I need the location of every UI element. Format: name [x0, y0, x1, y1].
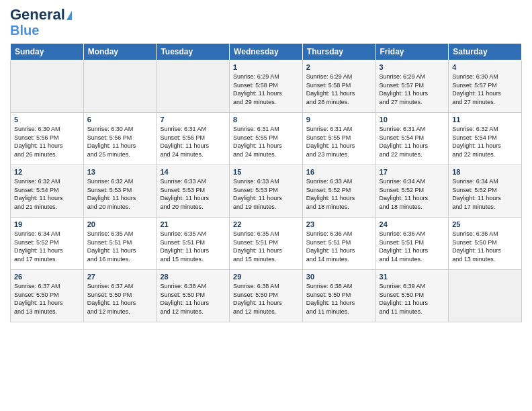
- calendar-cell: 7Sunrise: 6:31 AM Sunset: 5:56 PM Daylig…: [157, 113, 230, 165]
- day-number: 10: [380, 116, 445, 124]
- calendar-cell: 27Sunrise: 6:37 AM Sunset: 5:50 PM Dayli…: [83, 270, 157, 322]
- day-number: 15: [233, 168, 299, 176]
- calendar-cell: 4Sunrise: 6:30 AM Sunset: 5:57 PM Daylig…: [449, 60, 522, 113]
- day-number: 4: [452, 63, 518, 71]
- logo-blue: Blue: [10, 23, 39, 38]
- day-number: 16: [306, 168, 372, 176]
- weekday-sunday: Sunday: [11, 44, 84, 60]
- calendar-cell: 31Sunrise: 6:39 AM Sunset: 5:50 PM Dayli…: [375, 270, 449, 322]
- calendar-cell: 13Sunrise: 6:32 AM Sunset: 5:53 PM Dayli…: [83, 165, 157, 218]
- logo-text: General: [10, 7, 72, 23]
- day-info: Sunrise: 6:39 AM Sunset: 5:50 PM Dayligh…: [380, 282, 445, 316]
- calendar-cell: [157, 60, 230, 113]
- day-number: 14: [160, 168, 226, 176]
- day-number: 11: [452, 116, 518, 124]
- day-info: Sunrise: 6:30 AM Sunset: 5:56 PM Dayligh…: [87, 125, 153, 158]
- day-info: Sunrise: 6:31 AM Sunset: 5:55 PM Dayligh…: [306, 125, 372, 158]
- day-info: Sunrise: 6:29 AM Sunset: 5:58 PM Dayligh…: [233, 73, 299, 106]
- calendar-cell: 21Sunrise: 6:35 AM Sunset: 5:51 PM Dayli…: [157, 218, 230, 270]
- weekday-friday: Friday: [375, 44, 449, 60]
- weekday-tuesday: Tuesday: [157, 44, 230, 60]
- day-number: 28: [160, 273, 226, 281]
- week-row-4: 19Sunrise: 6:34 AM Sunset: 5:52 PM Dayli…: [11, 218, 522, 270]
- day-number: 1: [233, 63, 299, 71]
- day-info: Sunrise: 6:37 AM Sunset: 5:50 PM Dayligh…: [87, 282, 153, 316]
- calendar-cell: 28Sunrise: 6:38 AM Sunset: 5:50 PM Dayli…: [157, 270, 230, 322]
- calendar-cell: [83, 60, 157, 113]
- day-info: Sunrise: 6:31 AM Sunset: 5:56 PM Dayligh…: [160, 125, 226, 158]
- day-number: 13: [87, 168, 153, 176]
- day-number: 22: [233, 220, 299, 228]
- calendar-cell: 12Sunrise: 6:32 AM Sunset: 5:54 PM Dayli…: [11, 165, 84, 218]
- day-number: 20: [87, 220, 153, 228]
- day-info: Sunrise: 6:35 AM Sunset: 5:51 PM Dayligh…: [87, 230, 153, 263]
- day-info: Sunrise: 6:35 AM Sunset: 5:51 PM Dayligh…: [233, 230, 299, 263]
- day-info: Sunrise: 6:38 AM Sunset: 5:50 PM Dayligh…: [233, 282, 299, 316]
- header: General Blue: [10, 7, 522, 38]
- calendar-cell: 16Sunrise: 6:33 AM Sunset: 5:52 PM Dayli…: [302, 165, 375, 218]
- day-info: Sunrise: 6:32 AM Sunset: 5:53 PM Dayligh…: [87, 177, 153, 211]
- day-info: Sunrise: 6:36 AM Sunset: 5:50 PM Dayligh…: [452, 230, 518, 263]
- day-info: Sunrise: 6:32 AM Sunset: 5:54 PM Dayligh…: [14, 177, 80, 211]
- calendar-cell: 29Sunrise: 6:38 AM Sunset: 5:50 PM Dayli…: [230, 270, 303, 322]
- day-number: 7: [160, 116, 226, 124]
- calendar-cell: 17Sunrise: 6:34 AM Sunset: 5:52 PM Dayli…: [375, 165, 449, 218]
- calendar-cell: 25Sunrise: 6:36 AM Sunset: 5:50 PM Dayli…: [449, 218, 522, 270]
- weekday-monday: Monday: [83, 44, 157, 60]
- day-number: 21: [160, 220, 226, 228]
- calendar-cell: 18Sunrise: 6:34 AM Sunset: 5:52 PM Dayli…: [449, 165, 522, 218]
- day-number: 27: [87, 273, 153, 281]
- calendar-cell: 3Sunrise: 6:29 AM Sunset: 5:57 PM Daylig…: [375, 60, 449, 113]
- calendar-cell: 6Sunrise: 6:30 AM Sunset: 5:56 PM Daylig…: [83, 113, 157, 165]
- day-info: Sunrise: 6:33 AM Sunset: 5:53 PM Dayligh…: [233, 177, 299, 211]
- calendar-cell: 26Sunrise: 6:37 AM Sunset: 5:50 PM Dayli…: [11, 270, 84, 322]
- week-row-5: 26Sunrise: 6:37 AM Sunset: 5:50 PM Dayli…: [11, 270, 522, 322]
- week-row-1: 1Sunrise: 6:29 AM Sunset: 5:58 PM Daylig…: [11, 60, 522, 113]
- day-number: 19: [14, 220, 80, 228]
- day-number: 18: [452, 168, 518, 176]
- day-info: Sunrise: 6:38 AM Sunset: 5:50 PM Dayligh…: [306, 282, 372, 316]
- day-number: 31: [380, 273, 445, 281]
- week-row-3: 12Sunrise: 6:32 AM Sunset: 5:54 PM Dayli…: [11, 165, 522, 218]
- day-info: Sunrise: 6:34 AM Sunset: 5:52 PM Dayligh…: [380, 177, 445, 211]
- day-info: Sunrise: 6:36 AM Sunset: 5:51 PM Dayligh…: [306, 230, 372, 263]
- day-info: Sunrise: 6:35 AM Sunset: 5:51 PM Dayligh…: [160, 230, 226, 263]
- week-row-2: 5Sunrise: 6:30 AM Sunset: 5:56 PM Daylig…: [11, 113, 522, 165]
- day-info: Sunrise: 6:31 AM Sunset: 5:54 PM Dayligh…: [380, 125, 445, 158]
- day-number: 30: [306, 273, 372, 281]
- day-info: Sunrise: 6:36 AM Sunset: 5:51 PM Dayligh…: [380, 230, 445, 263]
- day-number: 26: [14, 273, 80, 281]
- day-number: 25: [452, 220, 518, 228]
- day-number: 23: [306, 220, 372, 228]
- day-info: Sunrise: 6:31 AM Sunset: 5:55 PM Dayligh…: [233, 125, 299, 158]
- day-number: 3: [380, 63, 445, 71]
- day-info: Sunrise: 6:32 AM Sunset: 5:54 PM Dayligh…: [452, 125, 518, 158]
- weekday-saturday: Saturday: [449, 44, 522, 60]
- calendar-cell: 11Sunrise: 6:32 AM Sunset: 5:54 PM Dayli…: [449, 113, 522, 165]
- day-number: 17: [380, 168, 445, 176]
- day-number: 2: [306, 63, 372, 71]
- calendar-cell: 5Sunrise: 6:30 AM Sunset: 5:56 PM Daylig…: [11, 113, 84, 165]
- day-info: Sunrise: 6:37 AM Sunset: 5:50 PM Dayligh…: [14, 282, 80, 316]
- calendar-cell: 22Sunrise: 6:35 AM Sunset: 5:51 PM Dayli…: [230, 218, 303, 270]
- day-info: Sunrise: 6:38 AM Sunset: 5:50 PM Dayligh…: [160, 282, 226, 316]
- day-number: 5: [14, 116, 80, 124]
- day-number: 29: [233, 273, 299, 281]
- calendar-cell: 19Sunrise: 6:34 AM Sunset: 5:52 PM Dayli…: [11, 218, 84, 270]
- calendar-cell: [11, 60, 84, 113]
- day-info: Sunrise: 6:29 AM Sunset: 5:58 PM Dayligh…: [306, 73, 372, 106]
- page-container: General Blue SundayMondayTuesdayWednesda…: [0, 0, 532, 326]
- calendar-cell: 15Sunrise: 6:33 AM Sunset: 5:53 PM Dayli…: [230, 165, 303, 218]
- calendar-cell: [449, 270, 522, 322]
- weekday-header-row: SundayMondayTuesdayWednesdayThursdayFrid…: [11, 44, 522, 60]
- day-info: Sunrise: 6:30 AM Sunset: 5:57 PM Dayligh…: [452, 73, 518, 106]
- calendar-cell: 23Sunrise: 6:36 AM Sunset: 5:51 PM Dayli…: [302, 218, 375, 270]
- calendar-cell: 2Sunrise: 6:29 AM Sunset: 5:58 PM Daylig…: [302, 60, 375, 113]
- calendar-cell: 24Sunrise: 6:36 AM Sunset: 5:51 PM Dayli…: [375, 218, 449, 270]
- day-number: 12: [14, 168, 80, 176]
- calendar-cell: 30Sunrise: 6:38 AM Sunset: 5:50 PM Dayli…: [302, 270, 375, 322]
- day-number: 8: [233, 116, 299, 124]
- day-info: Sunrise: 6:34 AM Sunset: 5:52 PM Dayligh…: [452, 177, 518, 211]
- calendar: SundayMondayTuesdayWednesdayThursdayFrid…: [10, 43, 522, 322]
- calendar-cell: 8Sunrise: 6:31 AM Sunset: 5:55 PM Daylig…: [230, 113, 303, 165]
